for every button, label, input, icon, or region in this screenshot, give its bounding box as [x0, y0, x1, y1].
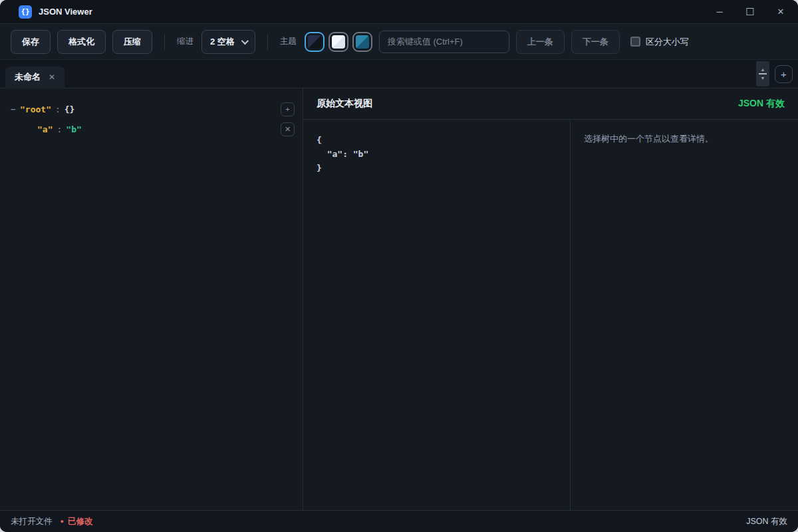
- toolbar-divider: [164, 34, 165, 50]
- add-child-button[interactable]: +: [281, 102, 295, 116]
- indent-value: 2 空格: [210, 36, 235, 48]
- title-bar: {} JSON Viewer ─ ☐ ✕: [0, 0, 798, 24]
- main-content: − "root" : {} + "a" : "b" ✕ 原始文本视图 JSON …: [0, 88, 798, 510]
- raw-line: }: [317, 161, 557, 175]
- tab-bar: 未命名 ✕ ▲ ▼ +: [0, 60, 798, 88]
- delete-node-button[interactable]: ✕: [281, 122, 295, 136]
- checkbox-icon[interactable]: [630, 37, 640, 47]
- theme-blue-swatch[interactable]: [352, 32, 372, 52]
- minimize-button[interactable]: ─: [709, 3, 730, 21]
- collapse-toggle-icon[interactable]: −: [7, 104, 20, 114]
- window-controls: ─ ☐ ✕: [709, 3, 791, 21]
- tab-untitled[interactable]: 未命名 ✕: [5, 66, 65, 88]
- save-button[interactable]: 保存: [11, 30, 51, 54]
- theme-label: 主题: [280, 36, 297, 47]
- validity-status: JSON 有效: [746, 516, 787, 527]
- tree-value: {}: [65, 104, 75, 114]
- format-button[interactable]: 格式化: [57, 30, 106, 54]
- maximize-button[interactable]: ☐: [739, 3, 761, 21]
- toolbar: 保存 格式化 压缩 缩进 2 空格 主题 上一条 下一条 区分大小写: [0, 24, 798, 60]
- tree-row-root[interactable]: − "root" : {} +: [0, 99, 303, 119]
- add-tab-button[interactable]: +: [775, 65, 793, 83]
- app-window: {} JSON Viewer ─ ☐ ✕ 保存 格式化 压缩 缩进 2 空格 主…: [0, 0, 798, 532]
- modified-status: ●已修改: [61, 516, 93, 527]
- tab-label: 未命名: [15, 71, 41, 83]
- app-logo-icon: {}: [19, 5, 32, 19]
- scroll-up-icon[interactable]: ▲: [761, 67, 765, 72]
- tree-key: "a": [37, 124, 53, 134]
- tree-colon: :: [55, 104, 61, 114]
- search-next-button[interactable]: 下一条: [571, 30, 620, 54]
- node-details-panel: 选择树中的一个节点以查看详情。: [571, 120, 798, 510]
- tab-scroll-spinner[interactable]: ▲ ▼: [756, 61, 769, 86]
- theme-light-swatch[interactable]: [329, 32, 348, 52]
- case-sensitive-label: 区分大小写: [646, 36, 689, 48]
- theme-swatches: [305, 32, 372, 52]
- right-panel-body: { "a": "b" } 选择树中的一个节点以查看详情。: [303, 120, 798, 510]
- theme-light-preview-icon: [332, 35, 345, 49]
- case-sensitive-toggle[interactable]: 区分大小写: [630, 36, 689, 48]
- right-panel: 原始文本视图 JSON 有效 { "a": "b" } 选择树中的一个节点以查看…: [303, 88, 798, 510]
- raw-text-editor[interactable]: { "a": "b" }: [303, 120, 571, 510]
- theme-blue-preview-icon: [356, 35, 369, 49]
- json-valid-badge: JSON 有效: [738, 98, 785, 110]
- modified-label: 已修改: [68, 516, 93, 527]
- search-prev-button[interactable]: 上一条: [516, 30, 565, 54]
- close-button[interactable]: ✕: [770, 3, 791, 21]
- tree-colon: :: [57, 124, 62, 134]
- toolbar-divider: [267, 34, 268, 50]
- status-left: 未打开文件 ●已修改: [11, 516, 92, 527]
- modified-dot-icon: ●: [61, 518, 64, 525]
- file-status: 未打开文件: [11, 516, 53, 527]
- window-title: JSON Viewer: [39, 7, 92, 17]
- chevron-down-icon: [241, 37, 249, 44]
- theme-dark-swatch[interactable]: [305, 32, 325, 52]
- raw-view-header: 原始文本视图 JSON 有效: [303, 88, 798, 120]
- tree-row-child[interactable]: "a" : "b" ✕: [0, 119, 303, 139]
- status-bar: 未打开文件 ●已修改 JSON 有效: [0, 510, 798, 532]
- tab-bar-controls: ▲ ▼ +: [756, 61, 793, 86]
- raw-line: "a": "b": [317, 147, 557, 161]
- tree-key: "root": [20, 104, 51, 114]
- scroll-down-icon[interactable]: ▼: [761, 76, 765, 80]
- compress-button[interactable]: 压缩: [112, 30, 152, 54]
- json-tree-panel: − "root" : {} + "a" : "b" ✕: [0, 88, 303, 510]
- raw-view-title: 原始文本视图: [317, 98, 372, 110]
- indent-select[interactable]: 2 空格: [201, 30, 255, 54]
- tab-close-icon[interactable]: ✕: [49, 72, 55, 82]
- indent-label: 缩进: [177, 36, 194, 47]
- search-input[interactable]: [379, 31, 509, 53]
- tree-value: "b": [66, 124, 81, 134]
- theme-dark-preview-icon: [308, 35, 321, 49]
- details-placeholder: 选择树中的一个节点以查看详情。: [584, 133, 785, 145]
- raw-line: {: [317, 133, 557, 147]
- spinner-divider: [759, 73, 767, 74]
